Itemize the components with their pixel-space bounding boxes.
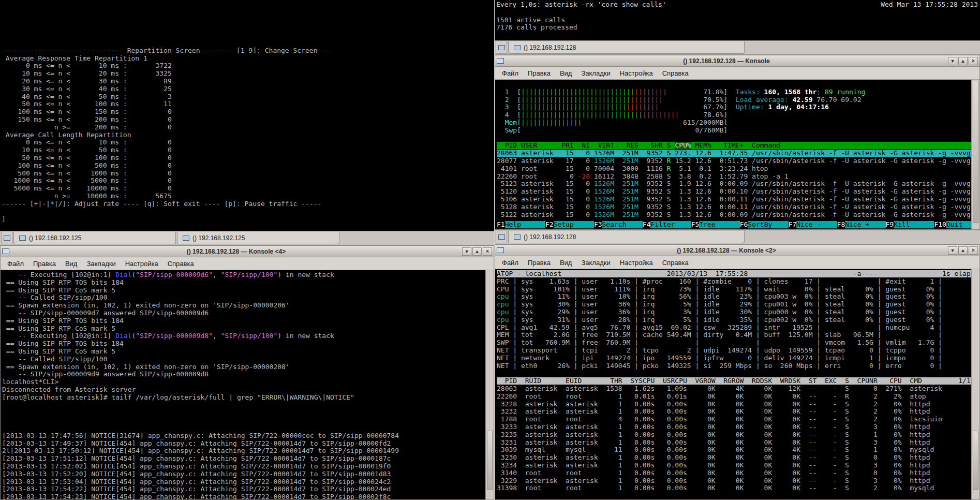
- tabbar-125: () 192.168.192.125() 192.168.192.125: [0, 231, 494, 245]
- session-tab[interactable]: () 192.168.192.125: [177, 232, 339, 244]
- htop-function-keys[interactable]: F1Help F2Setup F3Search F4Filter F5Tree …: [495, 221, 971, 229]
- konsole4-titlebar[interactable]: () 192.168.192.128 — Konsole <4> ▾▴×: [1, 246, 494, 257]
- menu-item[interactable]: Закладки: [576, 68, 615, 79]
- terminal-icon: [498, 45, 505, 50]
- konsole2-titlebar[interactable]: () 192.168.192.128 — Konsole <2> ▾▴×: [495, 245, 979, 256]
- session-tabs: () 192.168.192.128: [508, 41, 745, 54]
- tabbar-128-top: () 192.168.192.128: [495, 40, 980, 55]
- watch-command: Every 1,0s: asterisk -rx 'core show call…: [496, 1, 666, 9]
- window-buttons: ▾▴×: [947, 246, 978, 255]
- asterisk-cli-terminal[interactable]: -- Executing [102@in:1] Dial("SIP/sipp-0…: [1, 270, 485, 499]
- konsole4-window: () 192.168.192.128 — Konsole <4> ▾▴× Фай…: [0, 245, 494, 500]
- sipp-terminal[interactable]: ------------------------------ Repartiti…: [0, 0, 494, 231]
- minimize-button[interactable]: ▾: [462, 247, 471, 256]
- close-button[interactable]: ×: [969, 57, 978, 65]
- right-column: Every 1,0s: asterisk -rx 'core show call…: [494, 0, 980, 500]
- scrollbar[interactable]: [485, 270, 494, 499]
- menu-item[interactable]: Вид: [555, 257, 577, 268]
- minimize-button[interactable]: ▾: [948, 57, 957, 65]
- menu-item[interactable]: Справка: [658, 257, 693, 268]
- window-buttons: ▾▴×: [947, 57, 978, 65]
- terminal-icon: [498, 234, 505, 240]
- menu-item[interactable]: Файл: [3, 258, 28, 269]
- close-button[interactable]: ×: [483, 247, 492, 256]
- terminal-icon: [19, 236, 26, 241]
- tab-label: () 192.168.192.125: [192, 234, 245, 242]
- close-button[interactable]: ×: [969, 246, 978, 255]
- konsole4-menubar: ФайлПравкаВидЗакладкиНастройкаСправка: [1, 257, 494, 270]
- scrollbar-thumb[interactable]: [973, 81, 978, 223]
- konsole-htop-menubar: ФайлПравкаВидЗакладкиНастройкаСправка: [495, 67, 979, 80]
- menu-item[interactable]: Правка: [28, 258, 61, 269]
- htop-terminal[interactable]: 1 [|||||||||||||||||||||||||||||||||||| …: [495, 80, 971, 221]
- maximize-button[interactable]: ▴: [958, 246, 968, 255]
- menu-item[interactable]: Настройка: [615, 68, 658, 79]
- menu-item[interactable]: Справка: [658, 68, 693, 79]
- menu-item[interactable]: Правка: [523, 257, 555, 268]
- tab-label: () 192.168.192.128: [524, 44, 576, 51]
- session-tabs: () 192.168.192.128: [508, 231, 745, 243]
- session-tab[interactable]: () 192.168.192.125: [13, 232, 176, 244]
- terminal-icon: [4, 236, 10, 241]
- window-title: () 192.168.192.128 — Konsole <2>: [506, 247, 947, 254]
- tab-label: () 192.168.192.125: [29, 234, 81, 242]
- scrollbar-thumb[interactable]: [973, 431, 978, 491]
- konsole-htop-titlebar[interactable]: () 192.168.192.128 — Konsole ▾▴×: [495, 55, 979, 67]
- menu-item[interactable]: Файл: [497, 68, 523, 79]
- scrollbar[interactable]: [971, 269, 979, 499]
- watch-output: 1501 active calls7176 calls processed: [495, 9, 980, 32]
- konsole2-window: () 192.168.192.128 — Konsole <2> ▾▴× Фай…: [495, 244, 980, 500]
- konsole-htop-window: () 192.168.192.128 — Konsole ▾▴× ФайлПра…: [495, 55, 980, 230]
- tabbar-128-mid: () 192.168.192.128: [495, 230, 980, 244]
- new-session-button[interactable]: [1, 232, 12, 244]
- tab-label: () 192.168.192.128: [524, 233, 576, 241]
- menu-item[interactable]: Файл: [497, 257, 523, 268]
- menu-item[interactable]: Настройка: [615, 257, 658, 268]
- minimize-button[interactable]: ▾: [948, 246, 957, 255]
- new-session-button[interactable]: [496, 41, 507, 54]
- konsole-icon: [497, 58, 504, 64]
- terminal-icon: [514, 234, 521, 240]
- menu-item[interactable]: Вид: [555, 68, 577, 79]
- desktop: ------------------------------ Repartiti…: [0, 0, 980, 500]
- watch-header: Every 1,0s: asterisk -rx 'core show call…: [495, 0, 980, 9]
- session-tab[interactable]: () 192.168.192.128: [508, 231, 745, 243]
- watch-date: Wed Mar 13 17:55:28 2013: [881, 1, 978, 9]
- menu-item[interactable]: Вид: [61, 258, 82, 269]
- new-session-button[interactable]: [496, 231, 507, 243]
- session-tab[interactable]: () 192.168.192.128: [508, 41, 745, 54]
- scrollbar-thumb[interactable]: [487, 431, 493, 490]
- window-title: () 192.168.192.128 — Konsole <4>: [11, 248, 461, 255]
- window-title: () 192.168.192.128 — Konsole: [506, 57, 947, 65]
- left-column: ------------------------------ Repartiti…: [0, 0, 494, 500]
- scrollbar[interactable]: [971, 80, 979, 229]
- watch-terminal[interactable]: Every 1,0s: asterisk -rx 'core show call…: [495, 0, 980, 40]
- konsole-icon: [497, 247, 504, 253]
- menu-item[interactable]: Правка: [523, 68, 555, 79]
- terminal-icon: [514, 45, 521, 50]
- atop-terminal[interactable]: ATOP - localhost 2013/03/13 17:55:28 -a-…: [495, 269, 971, 499]
- menu-item[interactable]: Справка: [163, 258, 199, 269]
- menu-item[interactable]: Закладки: [576, 257, 615, 268]
- menu-item[interactable]: Настройка: [121, 258, 163, 269]
- menu-item[interactable]: Закладки: [82, 258, 120, 269]
- sipp-output: ------------------------------ Repartiti…: [0, 0, 494, 223]
- window-buttons: ▾▴×: [461, 247, 492, 256]
- session-tabs: () 192.168.192.125() 192.168.192.125: [13, 232, 339, 244]
- konsole-icon: [2, 248, 9, 254]
- konsole2-menubar: ФайлПравкаВидЗакладкиНастройкаСправка: [495, 256, 979, 269]
- maximize-button[interactable]: ▴: [472, 247, 482, 256]
- terminal-icon: [183, 236, 189, 241]
- maximize-button[interactable]: ▴: [958, 57, 968, 65]
